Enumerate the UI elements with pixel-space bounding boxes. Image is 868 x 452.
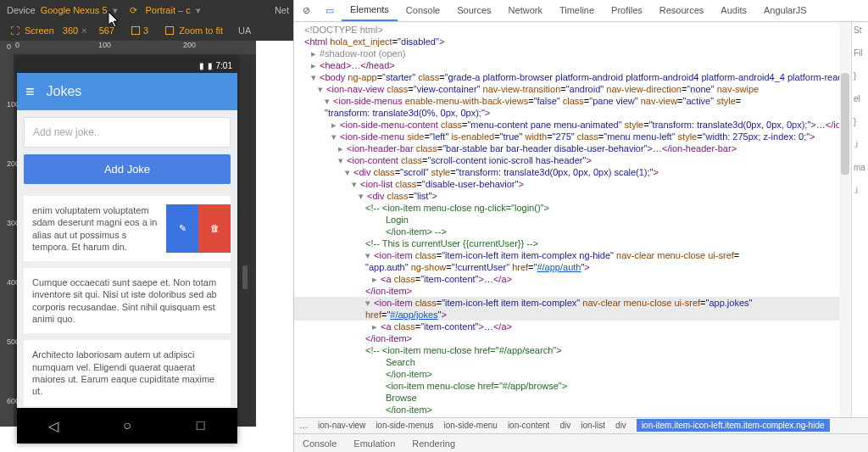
- delete-button[interactable]: 🗑: [198, 204, 231, 253]
- tab-resources[interactable]: Resources: [651, 0, 713, 21]
- dpr-badge[interactable]: 3: [131, 25, 148, 36]
- orientation-selector[interactable]: Portrait – c▾: [146, 5, 201, 16]
- network-label: Net: [275, 5, 289, 15]
- zoom-control[interactable]: Zoom to fit: [165, 25, 223, 36]
- joke-text: enim voluptatem voluptatem sdam deserunt…: [32, 204, 166, 253]
- joke-item-swiped[interactable]: enim voluptatem voluptatem sdam deserunt…: [24, 196, 231, 261]
- breadcrumb-item[interactable]: ion-content: [508, 421, 549, 430]
- dimension-x: ×: [81, 25, 86, 36]
- resize-handle[interactable]: [242, 265, 248, 289]
- height-value[interactable]: 567: [99, 25, 114, 36]
- device-mode-icon[interactable]: ▭: [318, 5, 342, 16]
- breadcrumb-active[interactable]: ion-item.item-icon-left.item.item-comple…: [637, 419, 830, 432]
- drawer-tab-emulation[interactable]: Emulation: [345, 438, 403, 449]
- devtools-body: <!DOCTYPE html> <html hola_ext_inject="d…: [294, 22, 868, 417]
- ua-label: UA: [238, 25, 251, 36]
- tab-elements[interactable]: Elements: [342, 0, 398, 21]
- tab-audits[interactable]: Audits: [712, 0, 755, 21]
- dom-tree[interactable]: <!DOCTYPE html> <html hola_ext_inject="d…: [294, 22, 851, 417]
- devtools-tabs: ⊘ ▭ Elements Console Sources Network Tim…: [294, 0, 868, 22]
- app-title: Jokes: [47, 84, 82, 99]
- device-label: Device: [7, 5, 36, 15]
- breadcrumb-item[interactable]: div: [559, 421, 570, 430]
- refresh-icon[interactable]: ⟳: [130, 5, 137, 16]
- ruler-vertical: 0 100 200 300 400 500 600: [0, 41, 14, 427]
- ruler-horizontal: 0 100 200: [14, 41, 256, 54]
- android-navbar: ◁ ○ □: [17, 408, 237, 444]
- tab-angularjs[interactable]: AngularJS: [755, 0, 815, 21]
- tab-profiles[interactable]: Profiles: [603, 0, 651, 21]
- device-selector[interactable]: Google Nexus 5▾: [41, 5, 118, 16]
- signal-icon: ▮: [199, 61, 204, 70]
- screen-label: Screen: [25, 25, 54, 36]
- breadcrumb-item[interactable]: …: [299, 421, 308, 430]
- width-value[interactable]: 360: [63, 25, 78, 36]
- emulated-device: ▮ ▮ 7:01 ≡ Jokes Add new joke.. Add Joke…: [17, 58, 237, 444]
- breadcrumb-item[interactable]: ion-side-menus: [376, 421, 433, 430]
- tab-sources[interactable]: Sources: [448, 0, 499, 21]
- breadcrumb-item[interactable]: ion-list: [581, 421, 605, 430]
- tab-console[interactable]: Console: [398, 0, 448, 21]
- swipe-actions: ✎ 🗑: [166, 204, 231, 253]
- add-joke-button[interactable]: Add Joke: [24, 154, 231, 184]
- app-content: Add new joke.. Add Joke enim voluptatem …: [17, 110, 237, 408]
- drawer-tab-rendering[interactable]: Rendering: [403, 438, 464, 449]
- screen-icon[interactable]: ⛶: [10, 25, 19, 36]
- battery-icon: ▮: [208, 61, 213, 70]
- unselect-icon[interactable]: ⊘: [294, 5, 318, 16]
- device-viewport: 0 100 200 0 100 200 300 400 500 600 ▮ ▮ …: [0, 41, 256, 427]
- hamburger-icon[interactable]: ≡: [25, 83, 35, 101]
- clock-text: 7:01: [216, 61, 232, 70]
- breadcrumb-item[interactable]: ion-side-menu: [444, 421, 498, 430]
- styles-pane-sliver: St Fil } el } .i ma .i: [851, 22, 868, 417]
- tab-network[interactable]: Network: [500, 0, 551, 21]
- edit-button[interactable]: ✎: [166, 204, 198, 253]
- joke-item[interactable]: Cumque occaecati sunt saepe et. Non tota…: [24, 268, 231, 333]
- app-header: ≡ Jokes: [17, 73, 237, 110]
- drawer-tabs: Console Emulation Rendering: [294, 433, 868, 452]
- dom-breadcrumb[interactable]: … ion-nav-view ion-side-menus ion-side-m…: [294, 417, 868, 434]
- breadcrumb-item[interactable]: div: [615, 421, 626, 430]
- new-joke-input[interactable]: Add new joke..: [24, 117, 231, 148]
- joke-item[interactable]: Architecto laboriosam autem ut adipisci …: [24, 340, 231, 405]
- dom-scrollbar[interactable]: [839, 22, 851, 417]
- tab-timeline[interactable]: Timeline: [551, 0, 603, 21]
- drawer-tab-console[interactable]: Console: [294, 438, 345, 449]
- devtools-panel: ⊘ ▭ Elements Console Sources Network Tim…: [293, 0, 868, 452]
- breadcrumb-item[interactable]: ion-nav-view: [318, 421, 365, 430]
- home-icon[interactable]: ○: [118, 416, 136, 435]
- back-icon[interactable]: ◁: [44, 416, 63, 435]
- android-statusbar: ▮ ▮ 7:01: [17, 58, 237, 73]
- recent-icon[interactable]: □: [192, 416, 210, 435]
